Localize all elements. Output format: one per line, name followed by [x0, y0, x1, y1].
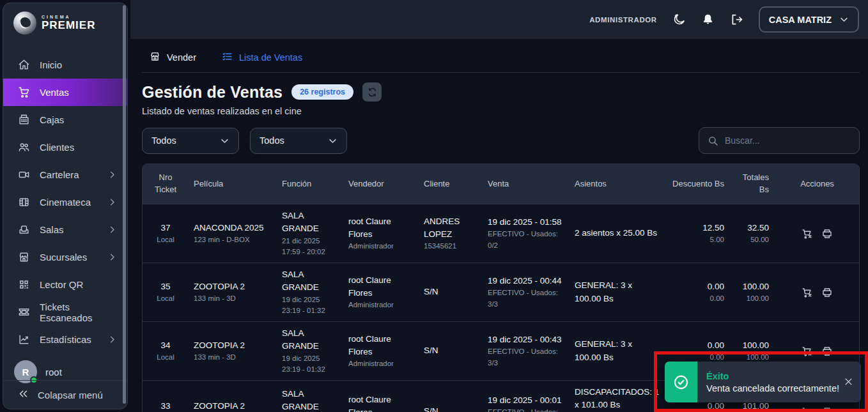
sidebar-item-sucursales[interactable]: Sucursales: [3, 243, 127, 271]
branch-label: CASA MATRIZ: [769, 15, 832, 25]
total-value: 100.00: [734, 280, 769, 293]
print-ticket-icon[interactable]: [821, 406, 833, 412]
toast-title: Éxito: [706, 371, 839, 381]
movie-title: ZOOTOPIA 2: [194, 400, 272, 412]
room-name: SALA GRANDE: [282, 210, 338, 236]
sidebar-user[interactable]: R root: [3, 355, 127, 383]
table-row: 37 Local ANACONDA 2025 123 min - D-BOX S…: [143, 204, 859, 263]
column-header-funcion[interactable]: Función: [277, 174, 343, 194]
tab-label: Lista de Ventas: [239, 52, 302, 63]
collapse-menu-button[interactable]: Colapsar menú: [3, 380, 127, 409]
sidebar-item-label: Tickets Escaneados: [40, 301, 117, 323]
ticket-number: 33: [148, 400, 183, 412]
column-header-venta[interactable]: Venta: [483, 174, 570, 194]
room-name: SALA GRANDE: [282, 268, 338, 294]
toast-message: Venta cancelada correctamente!: [706, 383, 839, 393]
column-header-vendedor[interactable]: Vendedor: [343, 174, 419, 194]
column-header-cliente[interactable]: Cliente: [419, 174, 483, 194]
sidebar-item-label: Cinemateca: [40, 197, 91, 208]
sidebar-item-estadisticas[interactable]: Estadísticas: [3, 326, 127, 353]
sale-datetime: 19 dic 2025 - 01:58: [488, 216, 564, 229]
filter-select-1-value: Todos: [151, 135, 176, 146]
close-icon: [844, 377, 853, 386]
toast-accent: [665, 362, 697, 402]
store-icon: [150, 51, 160, 64]
column-header-descuento-bs[interactable]: Descuento Bs: [665, 174, 729, 194]
chevron-down-icon: [220, 136, 229, 146]
bell-icon[interactable]: [701, 13, 715, 26]
seats-line1: GENERAL: 3 x 100.00 Bs: [575, 279, 660, 305]
qr-icon: [18, 278, 30, 291]
print-ticket-icon[interactable]: [821, 287, 833, 298]
moon-icon[interactable]: [672, 13, 686, 26]
print-ticket-icon[interactable]: [821, 346, 833, 357]
cancel-sale-cart-icon[interactable]: [802, 346, 813, 357]
sale-datetime: 19 dic 2025 - 00:43: [488, 333, 564, 346]
tabs-divider: [142, 72, 860, 73]
logout-icon[interactable]: [730, 13, 743, 26]
chart-icon: [18, 333, 30, 346]
avatar-letter: R: [22, 367, 29, 378]
sidebar-item-ventas[interactable]: Ventas: [3, 79, 127, 106]
column-header-totales-bs[interactable]: Totales Bs: [729, 168, 774, 200]
ticket-origin: Local: [148, 234, 183, 245]
ticket-number: 34: [148, 339, 183, 352]
ticket-number: 37: [148, 222, 183, 234]
cancel-sale-cart-icon[interactable]: [802, 228, 813, 240]
discount-sub: 0.00: [670, 293, 724, 304]
sidebar: CINEMA PREMIER Inicio Ventas Cajas Clien…: [3, 3, 128, 409]
sidebar-item-inicio[interactable]: Inicio: [3, 51, 127, 79]
chevron-down-icon: [839, 15, 849, 24]
seller-role: Administrador: [348, 300, 414, 310]
sidebar-item-cinemateca[interactable]: Cinemateca: [3, 188, 127, 216]
seller-name: root Claure Flores: [348, 393, 414, 412]
print-ticket-icon[interactable]: [821, 228, 833, 240]
sale-payment: EFECTIVO - Usados: 3/3: [488, 287, 564, 310]
toast-close-button[interactable]: [844, 377, 853, 386]
column-header-asientos[interactable]: Asientos: [570, 174, 665, 194]
role-label: ADMINISTRADOR: [589, 16, 657, 24]
show-time: 23:19 - 01:32: [282, 305, 338, 316]
sidebar-item-clientes[interactable]: Clientes: [3, 134, 127, 161]
sidebar-item-cajas[interactable]: Cajas: [3, 106, 127, 134]
sidebar-scrollbar[interactable]: [123, 5, 126, 404]
users-icon: [18, 141, 30, 153]
cart-icon: [18, 86, 30, 98]
sidebar-item-label: Lector QR: [40, 279, 83, 290]
cancel-sale-cart-icon[interactable]: [802, 406, 813, 412]
movie-title: ZOOTOPIA 2: [194, 339, 272, 352]
chevron-right-icon: [107, 252, 117, 262]
column-header-pelicula[interactable]: Película: [189, 174, 277, 194]
sidebar-item-lector-qr[interactable]: Lector QR: [3, 271, 127, 298]
chevron-right-icon: [107, 170, 117, 179]
client-name: S/N: [424, 344, 477, 357]
ticket-origin: Local: [148, 293, 183, 304]
tab-vender[interactable]: Vender: [150, 51, 196, 64]
refresh-button[interactable]: [362, 82, 382, 102]
total-sub: 50.00: [734, 234, 769, 245]
column-header-acciones[interactable]: Acciones: [774, 174, 860, 194]
tab-lista-de-ventas[interactable]: Lista de Ventas: [222, 51, 302, 64]
filter-select-2[interactable]: Todos: [250, 128, 347, 154]
movie-title: ZOOTOPIA 2: [194, 280, 272, 293]
branch-selector[interactable]: CASA MATRIZ: [759, 6, 859, 33]
store-icon: [18, 251, 30, 263]
records-count-badge: 26 registros: [291, 84, 353, 100]
ticket-icon: [18, 306, 30, 318]
sale-payment: EFECTIVO - Usados: 0/2: [488, 229, 564, 251]
filter-select-1[interactable]: Todos: [142, 128, 239, 154]
search-input[interactable]: [725, 135, 851, 146]
sidebar-item-label: Cajas: [40, 114, 64, 125]
show-date: 21 dic 2025: [282, 236, 338, 247]
client-name: S/N: [424, 286, 477, 298]
sidebar-item-salas[interactable]: Salas: [3, 216, 127, 243]
total-value: 100.00: [734, 339, 769, 352]
sidebar-item-cartelera[interactable]: Cartelera: [3, 161, 127, 188]
column-header-nro-ticket[interactable]: Nro Ticket: [143, 168, 189, 200]
brand-line2: PREMIER: [42, 19, 95, 32]
table-row: 35 Local ZOOTOPIA 2 133 min - 3D SALA GR…: [143, 263, 859, 321]
sidebar-item-label: Estadísticas: [40, 334, 91, 345]
cancel-sale-cart-icon[interactable]: [802, 287, 813, 298]
discount-value: 12.50: [670, 222, 724, 234]
sidebar-item-tickets-escaneados[interactable]: Tickets Escaneados: [3, 298, 127, 326]
